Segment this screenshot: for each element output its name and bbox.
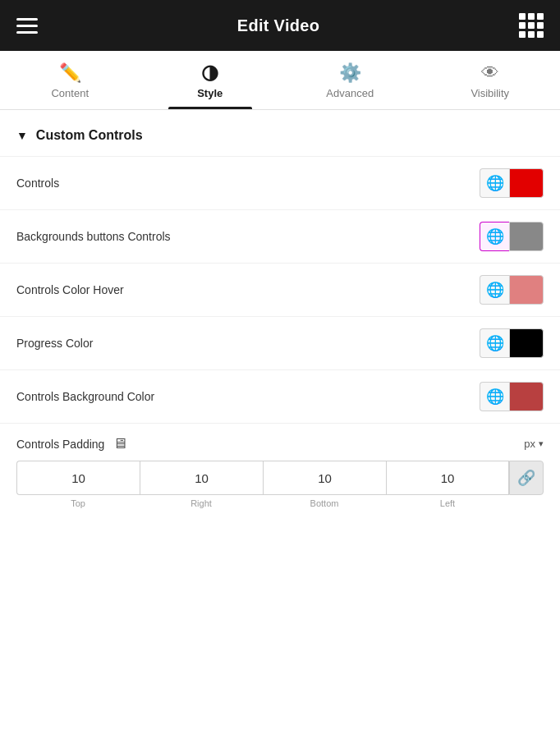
page-title: Edit Video <box>237 16 319 35</box>
content-area: ▼ Custom Controls Controls 🌐 Backgrounds… <box>0 110 560 548</box>
backgrounds-globe-button[interactable]: 🌐 <box>480 222 509 251</box>
globe-icon-3: 🌐 <box>486 334 504 352</box>
tabs-bar: ✏️ Content ◑ Style ⚙️ Advanced 👁 Visibil… <box>0 51 560 110</box>
monitor-icon: 🖥 <box>112 435 127 452</box>
controls-background-color-row: Controls Background Color 🌐 <box>0 369 560 423</box>
backgrounds-color-picker: 🌐 <box>480 222 544 251</box>
controls-color-hover-label: Controls Color Hover <box>16 283 124 296</box>
padding-top-wrap: Top <box>16 461 140 508</box>
tab-visibility[interactable]: 👁 Visibility <box>420 64 561 109</box>
globe-icon-2: 🌐 <box>486 281 504 299</box>
padding-inputs-container: Top Right Bottom Left 🔗 . <box>0 461 560 515</box>
progress-globe-button[interactable]: 🌐 <box>480 328 509 358</box>
header: Edit Video <box>0 0 560 51</box>
controls-globe-button[interactable]: 🌐 <box>480 168 509 198</box>
controls-row: Controls 🌐 <box>0 156 560 209</box>
padding-left-wrap: Left <box>386 461 509 508</box>
unit-label: px <box>524 438 535 450</box>
advanced-icon: ⚙️ <box>339 64 361 82</box>
background-color-picker: 🌐 <box>480 382 544 411</box>
unit-selector[interactable]: px ▾ <box>524 438 544 450</box>
controls-background-label: Controls Background Color <box>16 390 154 403</box>
apps-grid-icon[interactable] <box>519 13 544 38</box>
background-globe-button[interactable]: 🌐 <box>480 382 509 411</box>
globe-icon-4: 🌐 <box>486 388 504 406</box>
progress-color-row: Progress Color 🌐 <box>0 316 560 369</box>
hover-color-swatch[interactable] <box>509 275 544 305</box>
padding-right-input[interactable] <box>140 461 263 495</box>
backgrounds-buttons-row: Backgrounds buttons Controls 🌐 <box>0 209 560 263</box>
padding-bottom-wrap: Bottom <box>263 461 386 508</box>
globe-icon: 🌐 <box>486 174 504 192</box>
controls-color-swatch[interactable] <box>509 168 544 198</box>
padding-left-label: Left <box>440 498 455 508</box>
progress-color-picker: 🌐 <box>480 328 544 358</box>
progress-color-label: Progress Color <box>16 337 93 350</box>
visibility-icon: 👁 <box>481 64 499 82</box>
chevron-down-icon: ▼ <box>16 129 28 142</box>
padding-inputs-row: Top Right Bottom Left 🔗 . <box>16 461 544 508</box>
section-header: ▼ Custom Controls <box>0 110 560 156</box>
tab-style[interactable]: ◑ Style <box>140 62 281 109</box>
backgrounds-buttons-label: Backgrounds buttons Controls <box>16 230 171 243</box>
padding-bottom-input[interactable] <box>263 461 386 495</box>
background-color-swatch[interactable] <box>509 382 544 411</box>
chevron-down-unit-icon: ▾ <box>539 438 544 449</box>
tab-content[interactable]: ✏️ Content <box>0 64 140 109</box>
progress-color-swatch[interactable] <box>509 328 544 358</box>
globe-magenta-icon: 🌐 <box>486 227 504 245</box>
padding-label-group: Controls Padding 🖥 <box>16 435 127 452</box>
controls-color-picker: 🌐 <box>480 168 544 198</box>
controls-padding-label: Controls Padding <box>16 438 104 451</box>
padding-right-label: Right <box>190 498 212 508</box>
padding-left-input[interactable] <box>386 461 509 495</box>
controls-label: Controls <box>16 177 59 190</box>
hover-globe-button[interactable]: 🌐 <box>480 275 509 305</box>
backgrounds-color-swatch[interactable] <box>509 222 544 251</box>
link-padding-button[interactable]: 🔗 <box>509 461 544 495</box>
section-title: Custom Controls <box>36 128 143 143</box>
style-icon: ◑ <box>201 62 218 82</box>
tab-advanced[interactable]: ⚙️ Advanced <box>280 64 420 109</box>
padding-top-label: Top <box>71 498 85 508</box>
content-icon: ✏️ <box>59 64 81 82</box>
padding-bottom-label: Bottom <box>310 498 339 508</box>
padding-top-input[interactable] <box>16 461 140 495</box>
hover-color-picker: 🌐 <box>480 275 544 305</box>
hamburger-menu-icon[interactable] <box>16 18 38 34</box>
padding-right-wrap: Right <box>140 461 263 508</box>
padding-header-row: Controls Padding 🖥 px ▾ <box>0 423 560 461</box>
controls-color-hover-row: Controls Color Hover 🌐 <box>0 263 560 316</box>
